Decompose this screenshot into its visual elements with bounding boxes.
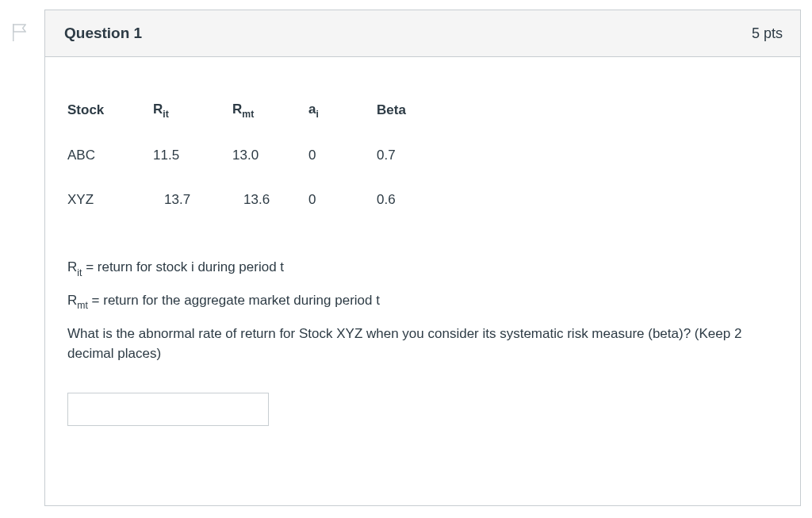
col-header-stock: Stock xyxy=(67,102,153,148)
cell-rmt: 13.6 xyxy=(232,192,308,208)
question-card: Question 1 5 pts Stock Rit Rmt ai Beta xyxy=(44,10,801,506)
col-header-rmt: Rmt xyxy=(232,102,308,148)
cell-ai: 0 xyxy=(308,192,377,208)
cell-beta: 0.6 xyxy=(377,192,440,208)
definition-rit: Rit = return for stock i during period t xyxy=(67,257,778,279)
question-header: Question 1 5 pts xyxy=(45,10,800,57)
cell-rit: 11.5 xyxy=(153,148,232,192)
table-row: XYZ 13.7 13.6 0 0.6 xyxy=(67,192,440,208)
cell-stock: XYZ xyxy=(67,192,153,208)
question-prompt: What is the abnormal rate of return for … xyxy=(67,324,778,364)
col-header-ai: ai xyxy=(308,102,377,148)
cell-beta: 0.7 xyxy=(377,148,440,192)
explanation-block: Rit = return for stock i during period t… xyxy=(67,257,778,363)
col-header-beta: Beta xyxy=(377,102,440,148)
cell-ai: 0 xyxy=(308,148,377,192)
cell-rmt: 13.0 xyxy=(232,148,308,192)
col-header-rit: Rit xyxy=(153,102,232,148)
data-table: Stock Rit Rmt ai Beta ABC 11.5 xyxy=(67,102,440,208)
cell-stock: ABC xyxy=(67,148,153,192)
flag-icon[interactable] xyxy=(11,22,29,43)
question-points: 5 pts xyxy=(752,25,783,42)
question-title: Question 1 xyxy=(64,25,142,42)
cell-rit: 13.7 xyxy=(153,192,232,208)
table-row: ABC 11.5 13.0 0 0.7 xyxy=(67,148,440,192)
answer-input[interactable] xyxy=(67,393,269,426)
question-body: Stock Rit Rmt ai Beta ABC 11.5 xyxy=(45,57,800,448)
definition-rmt: Rmt = return for the aggregate market du… xyxy=(67,290,778,313)
